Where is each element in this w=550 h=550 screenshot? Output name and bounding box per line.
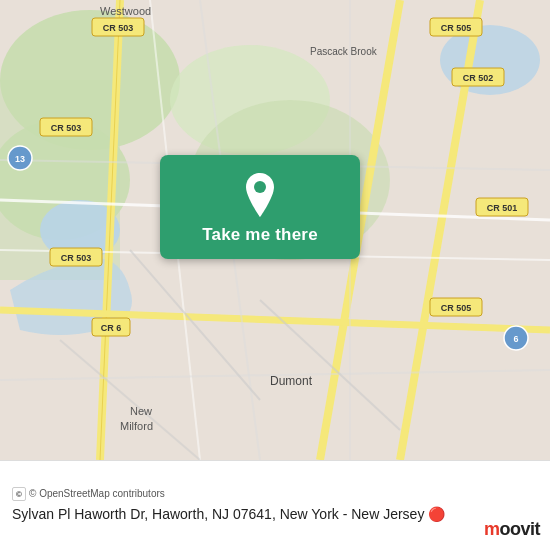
svg-text:CR 501: CR 501 — [487, 203, 518, 213]
svg-text:CR 503: CR 503 — [51, 123, 82, 133]
osm-logo: © — [12, 487, 26, 501]
svg-text:Dumont: Dumont — [270, 374, 313, 388]
moovit-logo: moovit — [484, 519, 540, 540]
address-text: Sylvan Pl Haworth Dr, Haworth, NJ 07641,… — [12, 506, 424, 522]
svg-text:Westwood: Westwood — [100, 5, 151, 17]
svg-text:CR 505: CR 505 — [441, 23, 472, 33]
address-line: Sylvan Pl Haworth Dr, Haworth, NJ 07641,… — [12, 505, 538, 525]
take-me-there-button[interactable]: Take me there — [160, 155, 360, 259]
bottom-bar: © © OpenStreetMap contributors Sylvan Pl… — [0, 460, 550, 550]
osm-credit-text: © OpenStreetMap contributors — [29, 488, 165, 499]
svg-text:6: 6 — [513, 334, 518, 344]
svg-point-48 — [254, 181, 266, 193]
pin-area — [160, 155, 360, 225]
svg-text:13: 13 — [15, 154, 25, 164]
osm-credit: © © OpenStreetMap contributors — [12, 487, 538, 501]
svg-text:CR 503: CR 503 — [103, 23, 134, 33]
svg-text:CR 503: CR 503 — [61, 253, 92, 263]
moovit-inline-logo: 🔴 — [428, 506, 445, 522]
button-label: Take me there — [202, 225, 318, 245]
svg-text:New: New — [130, 405, 152, 417]
svg-text:CR 505: CR 505 — [441, 303, 472, 313]
map-container: CR 503 CR 503 CR 503 CR 502 CR 505 CR 50… — [0, 0, 550, 460]
svg-text:CR 502: CR 502 — [463, 73, 494, 83]
svg-text:Milford: Milford — [120, 420, 153, 432]
svg-text:CR 6: CR 6 — [101, 323, 122, 333]
svg-text:Pascack Brook: Pascack Brook — [310, 46, 378, 57]
moovit-text: moovit — [484, 519, 540, 540]
location-pin-icon — [242, 173, 278, 217]
